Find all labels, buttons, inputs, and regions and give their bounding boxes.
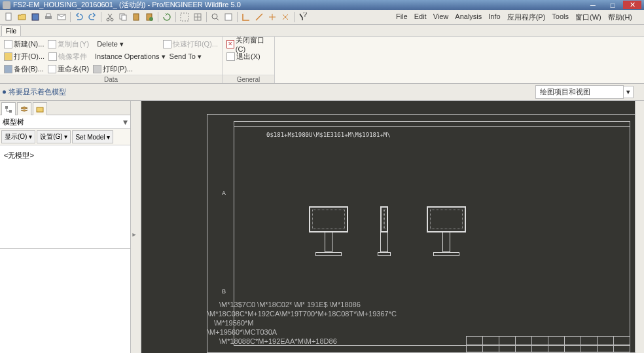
- rb-new[interactable]: 新建(N)...: [4, 39, 44, 49]
- menu-info[interactable]: Info: [486, 10, 503, 24]
- rb-print[interactable]: 打印(P)...: [93, 64, 133, 74]
- tree-title: 模型树: [3, 117, 24, 127]
- drawing-frame-outer: 0$181+M$1980U\M$1E3161+M\M$19181+M\ A B …: [207, 114, 637, 353]
- svg-point-11: [149, 17, 153, 21]
- part-side[interactable]: [378, 206, 391, 256]
- left-tab-views[interactable]: [33, 102, 47, 115]
- part-front-2[interactable]: [427, 206, 466, 256]
- paste-special-icon[interactable]: [143, 11, 155, 23]
- file-tab-row: File: [0, 25, 644, 37]
- zone-a: A: [222, 190, 226, 196]
- corner-icon[interactable]: [240, 11, 252, 23]
- copy-icon[interactable]: [117, 11, 129, 23]
- tree-dropdown-icon[interactable]: ▾: [123, 117, 128, 127]
- toolbar-separator: [175, 12, 176, 22]
- toolbar-separator: [70, 12, 71, 22]
- window-title: FS2-EM_HOUSING_20160601_ (活动的) - Pro/ENG…: [13, 0, 241, 10]
- drawing-canvas[interactable]: 0$181+M$1980U\M$1E3161+M\M$19181+M\ A B …: [141, 101, 644, 353]
- save-icon[interactable]: [29, 11, 41, 23]
- menu-analysis[interactable]: Analysis: [452, 10, 484, 24]
- rb-sendto[interactable]: Send To ▾: [170, 52, 202, 61]
- bounds-icon[interactable]: [179, 11, 190, 23]
- rb-exit[interactable]: 退出(X): [226, 52, 260, 62]
- ribbon-group-data: 新建(N)... 复制自(Y) Delete ▾ 快速打印(Q)... 打开(O…: [0, 37, 223, 83]
- main-toolbar: ? File Edit View Analysis Info 应用程序(P) T…: [0, 10, 644, 25]
- file-tab[interactable]: File: [1, 26, 21, 36]
- redo-icon[interactable]: [86, 11, 98, 23]
- ribbon-foot-data: Data: [0, 75, 222, 83]
- left-tab-layers[interactable]: [17, 102, 31, 115]
- svg-rect-0: [6, 13, 11, 20]
- info-dot-icon: [3, 90, 6, 94]
- rb-delete[interactable]: Delete ▾: [97, 40, 124, 48]
- menu-edit[interactable]: Edit: [412, 10, 429, 24]
- tree-lower-body: [0, 248, 130, 353]
- title-block-table: [466, 336, 630, 352]
- main-area: 模型树 ▾ 显示(O) ▾ 设置(G) ▾ Set Model ▾ <无模型> …: [0, 101, 644, 353]
- window-titlebar: FS2-EM_HOUSING_20160601_ (活动的) - Pro/ENG…: [0, 0, 644, 10]
- menu-bar: File Edit View Analysis Info 应用程序(P) Too…: [310, 10, 641, 24]
- svg-rect-8: [122, 15, 126, 20]
- canvas-gutter: ◄: [131, 101, 141, 353]
- rb-copy: 复制自(Y): [48, 39, 89, 49]
- svg-rect-18: [9, 110, 12, 113]
- regen-icon[interactable]: [161, 11, 173, 23]
- menu-window[interactable]: 窗口(W): [573, 10, 604, 24]
- left-panel: 模型树 ▾ 显示(O) ▾ 设置(G) ▾ Set Model ▾ <无模型>: [0, 101, 131, 353]
- ribbon: 新建(N)... 复制自(Y) Delete ▾ 快速打印(Q)... 打开(O…: [0, 37, 644, 84]
- tree-body: <无模型>: [0, 145, 130, 248]
- mail-icon[interactable]: [56, 11, 67, 23]
- svg-rect-15: [225, 14, 232, 20]
- undo-icon[interactable]: [73, 11, 85, 23]
- svg-point-14: [212, 14, 217, 19]
- menu-file[interactable]: File: [393, 10, 410, 24]
- vertical-scrollbar[interactable]: [635, 101, 644, 353]
- rb-backup[interactable]: 备份(B)...: [4, 64, 44, 74]
- right-info-dropdown[interactable]: 绘图项目和视图: [535, 85, 624, 99]
- select-icon[interactable]: [223, 11, 234, 23]
- svg-rect-9: [134, 14, 139, 20]
- cut-icon[interactable]: [104, 11, 116, 23]
- open-icon[interactable]: [16, 11, 28, 23]
- tree-buttons: 显示(O) ▾ 设置(G) ▾ Set Model ▾: [0, 129, 130, 145]
- svg-rect-19: [37, 107, 43, 112]
- close-button[interactable]: ✕: [623, 1, 641, 9]
- minimize-button[interactable]: ─: [584, 1, 602, 9]
- rb-rename[interactable]: 重命名(R): [48, 64, 89, 74]
- tree-show-button[interactable]: 显示(O) ▾: [1, 130, 35, 143]
- toolbar-separator: [206, 12, 207, 22]
- print-icon[interactable]: [43, 11, 54, 23]
- ribbon-group-general: ✕关闭窗口(C) 退出(X) General: [223, 37, 275, 83]
- paste-icon[interactable]: [130, 11, 142, 23]
- svg-rect-1: [32, 14, 39, 20]
- slope-icon[interactable]: [253, 11, 265, 23]
- left-tab-tree[interactable]: [1, 102, 16, 115]
- drawing-toptext: 0$181+M$1980U\M$1E3161+M\M$19181+M\: [266, 132, 391, 138]
- new-icon[interactable]: [3, 11, 15, 23]
- svg-rect-3: [46, 14, 50, 16]
- menu-app[interactable]: 应用程序(P): [505, 10, 548, 24]
- menu-tools[interactable]: Tools: [549, 10, 571, 24]
- menu-help[interactable]: 帮助(H): [605, 10, 635, 24]
- find-icon[interactable]: [209, 11, 221, 23]
- crosshair2-icon[interactable]: [279, 11, 291, 23]
- part-front-1[interactable]: [309, 206, 348, 256]
- right-info-arrow[interactable]: ▾: [624, 86, 634, 98]
- left-tabs: [0, 101, 130, 115]
- tree-model-button[interactable]: Set Model ▾: [72, 130, 113, 143]
- help-icon[interactable]: ?: [297, 11, 309, 23]
- svg-rect-12: [181, 13, 188, 21]
- canvas-wrap: ◄ 0$181+M$1980U\M$1E3161+M\M$19181+M\ A …: [131, 101, 644, 353]
- info-text: 将要显示着色模型: [9, 87, 66, 97]
- rb-instance[interactable]: Instance Operations ▾: [95, 52, 166, 61]
- menu-view[interactable]: View: [431, 10, 452, 24]
- app-icon: [3, 1, 10, 9]
- grid-icon[interactable]: [192, 11, 204, 23]
- svg-rect-17: [5, 106, 8, 109]
- maximize-button[interactable]: □: [603, 1, 622, 9]
- rb-quickprint: 快速打印(Q)...: [163, 39, 218, 49]
- crosshair1-icon[interactable]: [266, 11, 278, 23]
- toolbar-separator: [294, 12, 295, 22]
- tree-set-button[interactable]: 设置(G) ▾: [37, 130, 71, 143]
- rb-open[interactable]: 打开(O)...: [4, 52, 45, 62]
